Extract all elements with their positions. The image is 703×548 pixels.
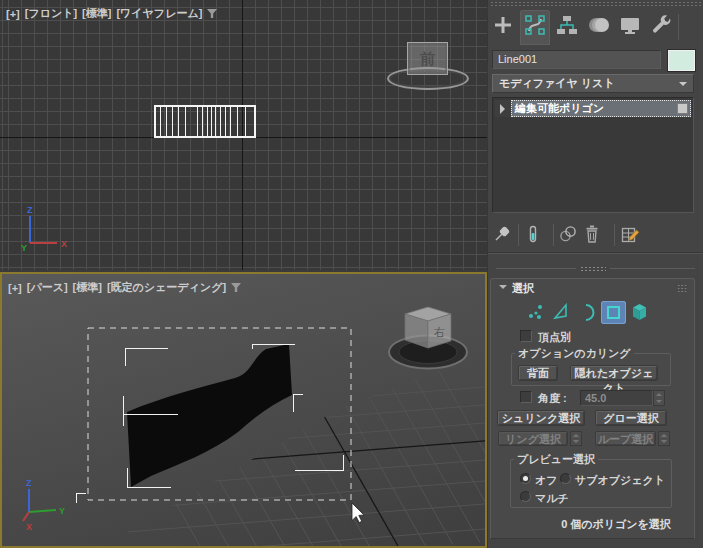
viewport-perspective[interactable]: 右 Z Y X [+] [パース] [標準] [既定の xyxy=(0,272,487,548)
hidden-objects-button[interactable]: 隠れたオブジェクト xyxy=(570,365,658,381)
ring-spinner[interactable] xyxy=(570,431,582,446)
stack-on-off-toggle[interactable] xyxy=(677,103,688,114)
modifier-list-dropdown[interactable]: モディファイヤ リスト xyxy=(492,74,694,93)
preview-off-radio[interactable] xyxy=(520,473,531,484)
by-vertex-label: 頂点別 xyxy=(538,330,571,345)
toolbar-separator xyxy=(518,224,519,246)
stack-row-editable-poly[interactable]: 編集可能ポリゴン xyxy=(495,100,691,117)
persp-axis-y-label: Y xyxy=(59,506,65,516)
selection-rollout-header[interactable]: 選択 xyxy=(491,279,694,297)
persp-label-style[interactable]: [標準] xyxy=(73,280,102,295)
angle-spinner[interactable] xyxy=(653,390,665,406)
remove-modifier-trash-icon[interactable] xyxy=(582,224,602,244)
preview-group-title: プレビュー選択 xyxy=(514,452,598,467)
subobject-polygon-button[interactable] xyxy=(601,301,626,324)
front-axis-y-label: Y xyxy=(21,243,27,253)
panel-grip[interactable] xyxy=(490,1,701,7)
configure-modifier-sets-icon[interactable] xyxy=(620,224,640,244)
preview-subobject-label: サブオブジェクト xyxy=(575,473,665,488)
rollout-drag-grip[interactable] xyxy=(677,284,687,293)
command-panel: Line001 モディファイヤ リスト 編集可能ポリゴン xyxy=(488,0,703,548)
tab-display[interactable] xyxy=(618,13,642,37)
selection-status-text: 0 個のポリゴンを選択 xyxy=(546,517,686,532)
vertex-icon xyxy=(523,301,548,324)
object-color-swatch[interactable] xyxy=(667,49,696,72)
shrink-select-button[interactable]: シュリンク選択 xyxy=(497,410,585,426)
tab-motion[interactable] xyxy=(587,13,611,37)
persp-axis-z-label: Z xyxy=(26,478,32,488)
preview-multi-radio[interactable] xyxy=(520,491,531,502)
backface-culling-button[interactable]: 背面 xyxy=(518,365,558,381)
preview-off-label: オフ xyxy=(535,473,558,488)
persp-viewcube-face-label: 右 xyxy=(434,326,445,338)
viewport-filter-icon[interactable] xyxy=(207,9,218,19)
front-axis-tripod: Z X Y xyxy=(0,195,90,265)
panel-section-divider xyxy=(488,252,703,254)
persp-label-view[interactable]: [パース] xyxy=(27,280,68,295)
front-axis-x-label: X xyxy=(61,239,67,249)
persp-label-shading[interactable]: [既定のシェーディング] xyxy=(107,280,226,295)
persp-viewcube[interactable]: 右 xyxy=(389,307,467,369)
persp-viewport-label: [+] [パース] [標準] [既定のシェーディング] xyxy=(8,280,242,295)
pin-stack-icon[interactable] xyxy=(492,224,512,244)
toolbar-separator xyxy=(614,224,615,246)
show-end-result-icon[interactable] xyxy=(523,224,543,244)
culling-group-title: オプションのカリング xyxy=(515,346,634,361)
preview-subobject-radio[interactable] xyxy=(560,473,571,484)
tab-utilities[interactable] xyxy=(650,13,674,37)
loop-select-button[interactable]: ループ選択 xyxy=(595,431,656,446)
front-label-view[interactable]: [フロント] xyxy=(25,6,77,21)
front-axis-z-label: Z xyxy=(27,205,33,215)
expand-arrow-icon[interactable] xyxy=(500,104,510,114)
modifier-stack-list[interactable]: 編集可能ポリゴン xyxy=(492,97,694,213)
grow-select-button[interactable]: グロー選択 xyxy=(595,410,667,426)
element-icon xyxy=(627,301,652,324)
subobject-element-button[interactable] xyxy=(627,301,652,324)
preview-multi-label: マルチ xyxy=(535,491,569,506)
edge-icon xyxy=(549,301,574,324)
max-window: [+] [フロント] [標準] [ワイヤフレーム] 前 Z X Y xyxy=(0,0,703,548)
front-label-style[interactable]: [標準] xyxy=(82,6,111,21)
stack-item-label: 編集可能ポリゴン xyxy=(515,102,604,114)
viewport-front[interactable]: [+] [フロント] [標準] [ワイヤフレーム] 前 Z X Y xyxy=(0,0,487,270)
tab-separator xyxy=(678,14,679,40)
persp-label-plus[interactable]: [+] xyxy=(8,282,22,294)
panel-splitter-grip[interactable] xyxy=(580,266,606,271)
rollout-title: 選択 xyxy=(512,281,534,296)
modifier-list-label: モディファイヤ リスト xyxy=(499,77,615,89)
perspective-scene: 右 Z Y X xyxy=(2,274,485,546)
subobject-edge-button[interactable] xyxy=(549,301,574,324)
subobject-vertex-button[interactable] xyxy=(523,301,548,324)
by-vertex-checkbox[interactable] xyxy=(520,330,532,342)
object-name-field[interactable]: Line001 xyxy=(492,50,661,69)
splitter-line xyxy=(496,268,576,269)
angle-label: 角度 : xyxy=(538,391,567,406)
polygon-icon xyxy=(601,301,626,324)
ring-select-button[interactable]: リング選択 xyxy=(498,431,568,446)
rollout-collapse-icon[interactable] xyxy=(499,285,507,293)
border-icon xyxy=(575,301,600,324)
subobject-border-button[interactable] xyxy=(575,301,600,324)
toolbar-separator xyxy=(553,224,554,246)
splitter-line xyxy=(610,268,695,269)
loop-spinner[interactable] xyxy=(658,431,670,446)
chevron-down-icon xyxy=(679,82,687,90)
angle-checkbox[interactable] xyxy=(520,391,532,403)
front-label-shading[interactable]: [ワイヤフレーム] xyxy=(116,6,202,21)
persp-axis-x-label: X xyxy=(26,522,32,532)
wireframe-plane-object[interactable] xyxy=(154,105,256,139)
front-viewport-label: [+] [フロント] [標準] [ワイヤフレーム] xyxy=(6,6,218,21)
tab-modify[interactable] xyxy=(523,13,547,37)
angle-value-field[interactable]: 45.0 xyxy=(580,390,653,406)
front-label-plus[interactable]: [+] xyxy=(6,8,20,20)
make-unique-icon[interactable] xyxy=(558,224,578,244)
tab-hierarchy[interactable] xyxy=(555,13,579,37)
tab-create[interactable] xyxy=(491,13,515,37)
persp-axis-tripod: Z Y X xyxy=(23,478,65,532)
viewport-filter-icon[interactable] xyxy=(231,283,242,293)
front-viewcube[interactable]: 前 xyxy=(407,42,448,75)
selection-rollout: 選択 xyxy=(490,278,695,539)
